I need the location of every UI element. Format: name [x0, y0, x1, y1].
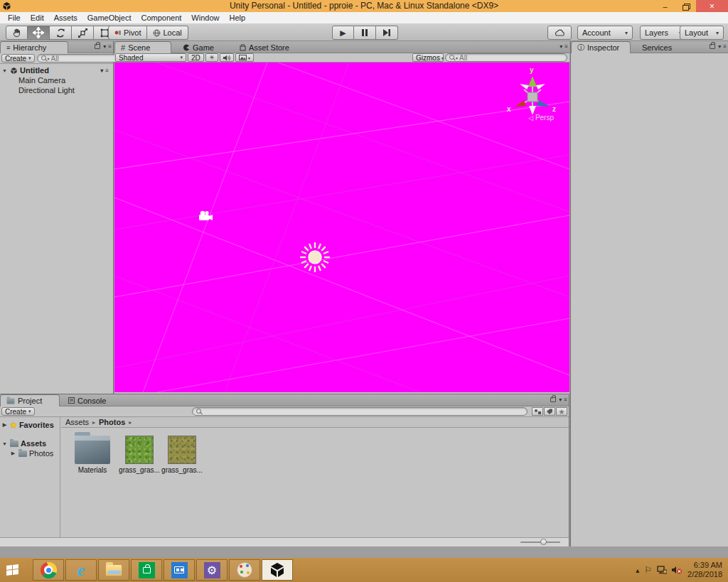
- taskbar-store[interactable]: [131, 559, 162, 581]
- move-tool-button[interactable]: [28, 26, 50, 40]
- foldout-closed-icon[interactable]: ▶: [10, 451, 16, 456]
- perspective-toggle[interactable]: ◁ Persp: [528, 114, 554, 122]
- pivot-toggle-button[interactable]: Pivot: [108, 26, 147, 40]
- asset-materials-folder[interactable]: Materials: [71, 433, 114, 474]
- tab-project[interactable]: Project: [0, 394, 60, 406]
- gizmos-dropdown[interactable]: Gizmos ▾: [412, 53, 444, 62]
- scene-lighting-toggle[interactable]: ☀: [205, 53, 218, 62]
- asset-label: grass_gras...: [161, 466, 203, 474]
- hierarchy-create-button[interactable]: Create ▾: [1, 54, 35, 63]
- cloud-services-button[interactable]: [547, 26, 572, 40]
- network-icon[interactable]: [657, 566, 667, 574]
- panel-menu-lines-icon[interactable]: ≡: [108, 43, 111, 50]
- breadcrumb-assets[interactable]: Assets: [65, 418, 89, 426]
- scene-effects-dropdown[interactable]: ▾: [235, 53, 254, 62]
- shading-mode-dropdown[interactable]: Shaded ▾: [115, 53, 186, 62]
- scene-search[interactable]: ▾: [445, 53, 567, 62]
- tree-assets[interactable]: ▼ Assets: [0, 438, 60, 448]
- type-filter-icon: [534, 409, 541, 415]
- 2d-toggle-button[interactable]: 2D: [188, 53, 204, 62]
- menu-gameobject[interactable]: GameObject: [82, 12, 136, 24]
- tree-favorites[interactable]: ▶ ★ Favorites: [0, 420, 60, 430]
- project-search-input[interactable]: [203, 408, 523, 416]
- restore-button[interactable]: [675, 0, 696, 12]
- taskbar-settings[interactable]: ⚙: [196, 559, 228, 581]
- panel-menu-icon[interactable]: ▾: [718, 43, 720, 50]
- foldout-open-icon[interactable]: ▼: [1, 68, 8, 73]
- scene-search-input[interactable]: [459, 54, 563, 62]
- tab-game[interactable]: Game: [177, 41, 230, 53]
- tab-scene[interactable]: # Scene: [114, 41, 171, 53]
- taskbar-file-explorer[interactable]: [98, 559, 129, 581]
- volume-muted-icon[interactable]: [672, 566, 682, 574]
- panel-menu-icon[interactable]: ▾: [103, 43, 105, 50]
- thumbnail-size-slider[interactable]: [520, 541, 560, 543]
- project-folder-tree: ▶ ★ Favorites ▼ Assets ▶ Photos: [0, 417, 60, 537]
- menu-window[interactable]: Window: [186, 12, 224, 24]
- panel-menu-icon[interactable]: ▾: [560, 43, 562, 50]
- menu-edit[interactable]: Edit: [26, 12, 49, 24]
- hand-tool-button[interactable]: [6, 26, 28, 40]
- axis-z-label[interactable]: z: [552, 105, 556, 113]
- scene-audio-toggle[interactable]: [220, 53, 234, 62]
- pause-button[interactable]: [354, 26, 376, 40]
- breadcrumb-photos[interactable]: Photos: [99, 418, 125, 426]
- taskbar-chrome[interactable]: [33, 559, 64, 581]
- scene-row-menu[interactable]: ▾ ≡: [100, 68, 108, 74]
- lock-icon[interactable]: [550, 397, 556, 402]
- tab-hierarchy[interactable]: ≡ Hierarchy: [0, 41, 68, 53]
- axis-x-label[interactable]: x: [507, 105, 511, 113]
- taskbar-paint[interactable]: [229, 559, 260, 581]
- save-search-button[interactable]: ★: [556, 407, 567, 416]
- account-dropdown[interactable]: Account ▾: [577, 26, 633, 40]
- tab-asset-store[interactable]: Asset Store: [234, 41, 305, 53]
- menu-component[interactable]: Component: [136, 12, 186, 24]
- taskbar-unity-active[interactable]: [262, 559, 293, 581]
- restore-icon: [682, 4, 689, 9]
- panel-menu-lines-icon[interactable]: ≡: [723, 43, 726, 50]
- start-button[interactable]: [0, 558, 24, 582]
- taskbar-internet-explorer[interactable]: e: [65, 559, 97, 581]
- local-toggle-button[interactable]: Local: [147, 26, 188, 40]
- step-button[interactable]: [376, 26, 398, 40]
- layout-dropdown[interactable]: Layout ▾: [680, 26, 724, 40]
- scale-tool-button[interactable]: [72, 26, 94, 40]
- project-create-button[interactable]: Create ▾: [1, 407, 35, 416]
- lock-icon[interactable]: [710, 44, 715, 49]
- panel-menu-icon[interactable]: ▾: [559, 397, 561, 403]
- asset-grass-texture-2[interactable]: grass_gras...: [161, 433, 203, 474]
- search-by-label-button[interactable]: [544, 407, 555, 416]
- scene-viewport[interactable]: y x z ◁ Persp: [114, 63, 569, 392]
- taskbar-control-panel[interactable]: [164, 559, 195, 581]
- slider-thumb[interactable]: [540, 539, 547, 545]
- tab-inspector[interactable]: ⓘ Inspector: [571, 41, 631, 53]
- tray-show-hidden-icon[interactable]: ▴: [636, 566, 639, 574]
- services-tab-label: Services: [642, 43, 672, 52]
- orientation-gizmo[interactable]: y x z: [505, 72, 560, 118]
- asset-grass-texture-1[interactable]: grass_gras...: [118, 433, 161, 474]
- menu-file[interactable]: File: [3, 12, 26, 24]
- menu-help[interactable]: Help: [224, 12, 250, 24]
- hierarchy-scene-row[interactable]: ▼ Untitled ▾ ≡: [0, 65, 113, 75]
- tab-console[interactable]: Console: [63, 394, 117, 406]
- project-search[interactable]: [192, 407, 528, 416]
- rotate-tool-button[interactable]: [50, 26, 72, 40]
- panel-menu-lines-icon[interactable]: ≡: [564, 43, 567, 50]
- panel-menu-lines-icon[interactable]: ≡: [564, 397, 567, 403]
- hierarchy-item-directional-light[interactable]: Directional Light: [0, 85, 113, 95]
- lock-icon[interactable]: [95, 44, 100, 49]
- tree-photos[interactable]: ▶ Photos: [0, 448, 60, 458]
- menu-assets[interactable]: Assets: [49, 12, 82, 24]
- hierarchy-item-main-camera[interactable]: Main Camera: [0, 75, 113, 85]
- action-center-flag-icon[interactable]: ⚐: [644, 565, 652, 575]
- tab-services[interactable]: Services: [636, 41, 686, 53]
- foldout-open-icon[interactable]: ▼: [1, 441, 8, 446]
- taskbar-clock[interactable]: 6:39 AM 2/28/2018: [687, 561, 722, 579]
- axis-y-label[interactable]: y: [530, 66, 534, 74]
- close-button[interactable]: ×: [696, 0, 728, 12]
- minimize-button[interactable]: –: [655, 0, 675, 12]
- search-by-type-button[interactable]: [532, 407, 543, 416]
- star-icon: ★: [10, 421, 17, 429]
- foldout-closed-icon[interactable]: ▶: [1, 422, 8, 428]
- play-button[interactable]: ▶: [332, 26, 354, 40]
